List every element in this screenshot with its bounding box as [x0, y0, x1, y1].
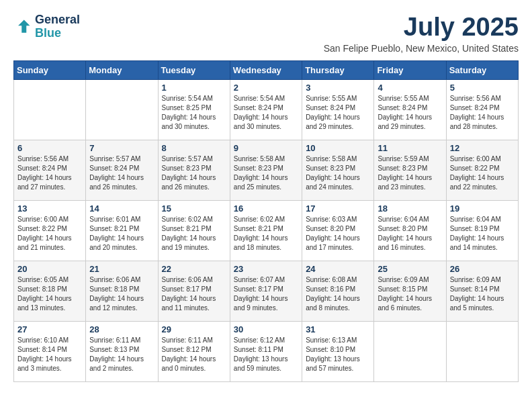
- day-info: Sunrise: 5:56 AM Sunset: 8:24 PM Dayligh…: [450, 94, 515, 132]
- calendar-cell: 8Sunrise: 5:57 AM Sunset: 8:23 PM Daylig…: [158, 140, 230, 200]
- calendar-cell: 9Sunrise: 5:58 AM Sunset: 8:23 PM Daylig…: [230, 140, 302, 200]
- day-info: Sunrise: 6:00 AM Sunset: 8:22 PM Dayligh…: [17, 215, 82, 253]
- calendar-dow-header: Sunday: [14, 60, 86, 79]
- day-number: 31: [306, 324, 370, 334]
- calendar-cell: [14, 79, 86, 140]
- calendar-cell: 13Sunrise: 6:00 AM Sunset: 8:22 PM Dayli…: [14, 200, 86, 261]
- day-info: Sunrise: 6:13 AM Sunset: 8:10 PM Dayligh…: [306, 336, 370, 373]
- calendar-cell: 24Sunrise: 6:08 AM Sunset: 8:16 PM Dayli…: [302, 261, 374, 321]
- day-info: Sunrise: 5:57 AM Sunset: 8:24 PM Dayligh…: [89, 154, 154, 192]
- day-number: 14: [89, 203, 154, 214]
- calendar-cell: 6Sunrise: 5:56 AM Sunset: 8:24 PM Daylig…: [14, 140, 86, 200]
- month-title: July 2025: [324, 13, 519, 42]
- calendar-cell: 18Sunrise: 6:04 AM Sunset: 8:20 PM Dayli…: [374, 200, 446, 261]
- day-info: Sunrise: 5:58 AM Sunset: 8:23 PM Dayligh…: [306, 154, 370, 192]
- day-number: 27: [17, 324, 82, 334]
- svg-marker-1: [18, 19, 30, 32]
- day-info: Sunrise: 6:07 AM Sunset: 8:17 PM Dayligh…: [234, 275, 298, 313]
- day-info: Sunrise: 6:01 AM Sunset: 8:21 PM Dayligh…: [89, 215, 154, 253]
- day-number: 20: [17, 264, 82, 274]
- logo-text: GeneralBlue: [35, 13, 80, 40]
- day-info: Sunrise: 6:06 AM Sunset: 8:17 PM Dayligh…: [162, 275, 226, 313]
- day-info: Sunrise: 5:57 AM Sunset: 8:23 PM Dayligh…: [162, 154, 226, 192]
- day-info: Sunrise: 6:02 AM Sunset: 8:21 PM Dayligh…: [234, 215, 298, 253]
- day-number: 26: [450, 264, 515, 274]
- day-number: 17: [306, 203, 370, 214]
- day-info: Sunrise: 6:10 AM Sunset: 8:14 PM Dayligh…: [17, 336, 82, 373]
- day-info: Sunrise: 6:04 AM Sunset: 8:20 PM Dayligh…: [378, 215, 442, 253]
- calendar-week-row: 13Sunrise: 6:00 AM Sunset: 8:22 PM Dayli…: [14, 200, 519, 261]
- calendar-week-row: 20Sunrise: 6:05 AM Sunset: 8:18 PM Dayli…: [14, 261, 519, 321]
- day-number: 6: [17, 143, 82, 153]
- day-number: 3: [306, 83, 370, 93]
- calendar-dow-header: Monday: [86, 60, 158, 79]
- day-info: Sunrise: 5:58 AM Sunset: 8:23 PM Dayligh…: [234, 154, 298, 192]
- day-number: 28: [89, 324, 154, 334]
- day-number: 13: [17, 203, 82, 214]
- calendar-cell: 3Sunrise: 5:55 AM Sunset: 8:24 PM Daylig…: [302, 79, 374, 140]
- calendar-dow-header: Friday: [374, 60, 446, 79]
- day-info: Sunrise: 6:09 AM Sunset: 8:14 PM Dayligh…: [450, 275, 515, 313]
- day-number: 5: [450, 83, 515, 93]
- day-info: Sunrise: 5:54 AM Sunset: 8:24 PM Dayligh…: [234, 94, 298, 132]
- calendar-cell: 19Sunrise: 6:04 AM Sunset: 8:19 PM Dayli…: [446, 200, 518, 261]
- calendar-header-row: SundayMondayTuesdayWednesdayThursdayFrid…: [14, 60, 519, 79]
- day-number: 24: [306, 264, 370, 274]
- day-number: 23: [234, 264, 298, 274]
- calendar-cell: 7Sunrise: 5:57 AM Sunset: 8:24 PM Daylig…: [86, 140, 158, 200]
- logo-icon: [13, 17, 32, 36]
- day-number: 15: [162, 203, 226, 214]
- day-number: 18: [378, 203, 442, 214]
- day-info: Sunrise: 5:55 AM Sunset: 8:24 PM Dayligh…: [306, 94, 370, 132]
- day-number: 22: [162, 264, 226, 274]
- calendar-cell: 2Sunrise: 5:54 AM Sunset: 8:24 PM Daylig…: [230, 79, 302, 140]
- day-number: 4: [378, 83, 442, 93]
- calendar-cell: 23Sunrise: 6:07 AM Sunset: 8:17 PM Dayli…: [230, 261, 302, 321]
- calendar-dow-header: Saturday: [446, 60, 518, 79]
- day-info: Sunrise: 5:55 AM Sunset: 8:24 PM Dayligh…: [378, 94, 442, 132]
- calendar-cell: 29Sunrise: 6:11 AM Sunset: 8:12 PM Dayli…: [158, 321, 230, 381]
- calendar-cell: 10Sunrise: 5:58 AM Sunset: 8:23 PM Dayli…: [302, 140, 374, 200]
- calendar-cell: 31Sunrise: 6:13 AM Sunset: 8:10 PM Dayli…: [302, 321, 374, 381]
- day-number: 29: [162, 324, 226, 334]
- day-number: 10: [306, 143, 370, 153]
- day-number: 25: [378, 264, 442, 274]
- day-number: 16: [234, 203, 298, 214]
- calendar-week-row: 6Sunrise: 5:56 AM Sunset: 8:24 PM Daylig…: [14, 140, 519, 200]
- calendar-cell: 26Sunrise: 6:09 AM Sunset: 8:14 PM Dayli…: [446, 261, 518, 321]
- day-info: Sunrise: 6:11 AM Sunset: 8:12 PM Dayligh…: [162, 336, 226, 373]
- calendar-cell: 16Sunrise: 6:02 AM Sunset: 8:21 PM Dayli…: [230, 200, 302, 261]
- day-number: 2: [234, 83, 298, 93]
- title-block: July 2025 San Felipe Pueblo, New Mexico,…: [324, 13, 519, 54]
- day-number: 8: [162, 143, 226, 153]
- calendar-cell: 28Sunrise: 6:11 AM Sunset: 8:13 PM Dayli…: [86, 321, 158, 381]
- calendar-cell: [374, 321, 446, 381]
- calendar-dow-header: Tuesday: [158, 60, 230, 79]
- calendar-cell: 27Sunrise: 6:10 AM Sunset: 8:14 PM Dayli…: [14, 321, 86, 381]
- calendar-cell: 17Sunrise: 6:03 AM Sunset: 8:20 PM Dayli…: [302, 200, 374, 261]
- calendar-cell: 12Sunrise: 6:00 AM Sunset: 8:22 PM Dayli…: [446, 140, 518, 200]
- day-number: 12: [450, 143, 515, 153]
- calendar-cell: [86, 79, 158, 140]
- calendar-dow-header: Wednesday: [230, 60, 302, 79]
- day-info: Sunrise: 6:06 AM Sunset: 8:18 PM Dayligh…: [89, 275, 154, 313]
- calendar-cell: 15Sunrise: 6:02 AM Sunset: 8:21 PM Dayli…: [158, 200, 230, 261]
- day-number: 1: [162, 83, 226, 93]
- page-header: GeneralBlue July 2025 San Felipe Pueblo,…: [13, 13, 519, 54]
- logo: GeneralBlue: [13, 13, 80, 40]
- day-info: Sunrise: 6:00 AM Sunset: 8:22 PM Dayligh…: [450, 154, 515, 192]
- calendar-week-row: 27Sunrise: 6:10 AM Sunset: 8:14 PM Dayli…: [14, 321, 519, 381]
- day-info: Sunrise: 6:08 AM Sunset: 8:16 PM Dayligh…: [306, 275, 370, 313]
- calendar-cell: 1Sunrise: 5:54 AM Sunset: 8:25 PM Daylig…: [158, 79, 230, 140]
- calendar-cell: 30Sunrise: 6:12 AM Sunset: 8:11 PM Dayli…: [230, 321, 302, 381]
- day-info: Sunrise: 6:03 AM Sunset: 8:20 PM Dayligh…: [306, 215, 370, 253]
- calendar-cell: [446, 321, 518, 381]
- calendar-table: SundayMondayTuesdayWednesdayThursdayFrid…: [13, 60, 519, 382]
- calendar-cell: 4Sunrise: 5:55 AM Sunset: 8:24 PM Daylig…: [374, 79, 446, 140]
- day-info: Sunrise: 5:54 AM Sunset: 8:25 PM Dayligh…: [162, 94, 226, 132]
- calendar-week-row: 1Sunrise: 5:54 AM Sunset: 8:25 PM Daylig…: [14, 79, 519, 140]
- day-number: 30: [234, 324, 298, 334]
- day-info: Sunrise: 6:09 AM Sunset: 8:15 PM Dayligh…: [378, 275, 442, 313]
- day-number: 21: [89, 264, 154, 274]
- location-text: San Felipe Pueblo, New Mexico, United St…: [324, 43, 519, 54]
